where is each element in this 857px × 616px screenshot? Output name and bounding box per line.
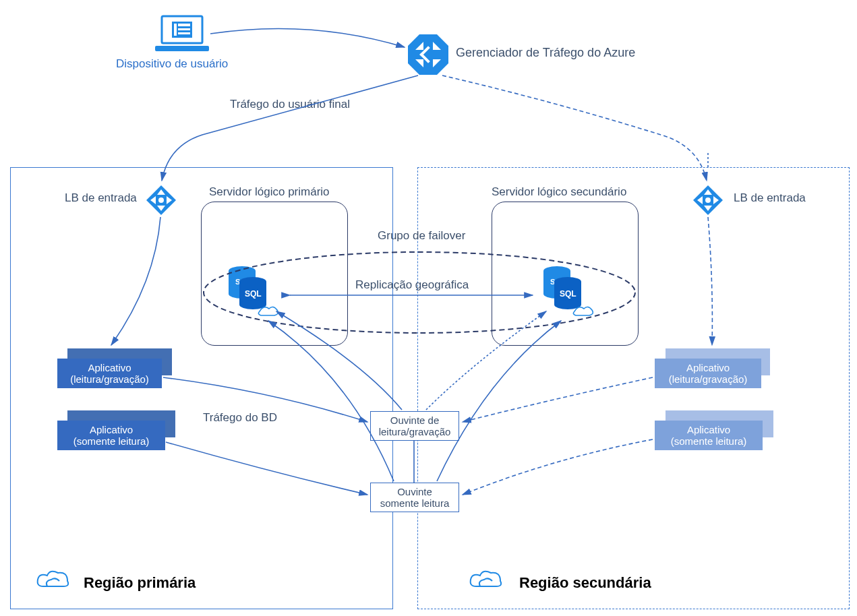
traffic-manager-label: Gerenciador de Tráfego do Azure: [456, 46, 635, 60]
app-rw-l1: Aplicativo: [686, 362, 730, 373]
sql-db-secondary-icon: SQL SQL: [539, 264, 593, 321]
svg-rect-3: [178, 24, 190, 26]
svg-point-15: [158, 197, 164, 203]
svg-marker-7: [408, 34, 448, 75]
primary-cloud-icon: [34, 567, 71, 593]
secondary-region-title: Região secundária: [519, 574, 651, 592]
secondary-lb-icon: [692, 184, 724, 216]
secondary-cloud-icon: [467, 567, 504, 593]
app-ro-l1: Aplicativo: [687, 424, 730, 435]
user-device-icon: [155, 13, 209, 54]
sql-db-primary-icon: SQL SQL: [225, 264, 278, 321]
failover-group-label: Grupo de failover: [378, 229, 465, 243]
end-user-traffic-label: Tráfego do usuário final: [230, 98, 350, 111]
traffic-manager-icon: [406, 32, 450, 77]
app-ro-l1: Aplicativo: [90, 424, 133, 435]
secondary-app-ro: Aplicativo (somente leitura): [655, 421, 763, 450]
primary-region-title: Região primária: [84, 574, 196, 592]
app-ro-l2: (somente leitura): [73, 435, 150, 447]
db-traffic-label: Tráfego do BD: [203, 411, 277, 425]
listener-ro: Ouvinte somente leitura: [370, 483, 459, 512]
secondary-server-label: Servidor lógico secundário: [492, 185, 626, 199]
app-ro-l2: (somente leitura): [671, 435, 747, 447]
primary-server-label: Servidor lógico primário: [209, 185, 330, 199]
svg-text:SQL: SQL: [560, 289, 577, 299]
primary-lb-icon: [145, 184, 177, 216]
secondary-app-rw: Aplicativo (leitura/gravação): [655, 359, 761, 388]
listener-ro-label: Ouvinte somente leitura: [380, 486, 450, 510]
secondary-lb-label: LB de entrada: [734, 191, 806, 205]
listener-rw: Ouvinte de leitura/gravação: [370, 411, 459, 441]
svg-rect-2: [174, 24, 177, 36]
svg-rect-5: [178, 32, 190, 34]
user-device-label: Dispositivo de usuário: [116, 57, 228, 71]
svg-point-21: [705, 197, 711, 203]
svg-text:SQL: SQL: [245, 289, 262, 299]
listener-rw-label: Ouvinte de leitura/gravação: [379, 414, 451, 438]
svg-rect-6: [155, 46, 209, 51]
app-rw-l2: (leitura/gravação): [70, 373, 149, 385]
primary-lb-label: LB de entrada: [65, 191, 137, 205]
app-rw-l1: Aplicativo: [88, 362, 131, 373]
geo-replication-label: Replicação geográfica: [355, 278, 469, 292]
primary-app-ro: Aplicativo (somente leitura): [57, 421, 165, 450]
svg-rect-4: [178, 28, 190, 30]
primary-app-rw: Aplicativo (leitura/gravação): [57, 359, 162, 388]
app-rw-l2: (leitura/gravação): [669, 373, 748, 385]
